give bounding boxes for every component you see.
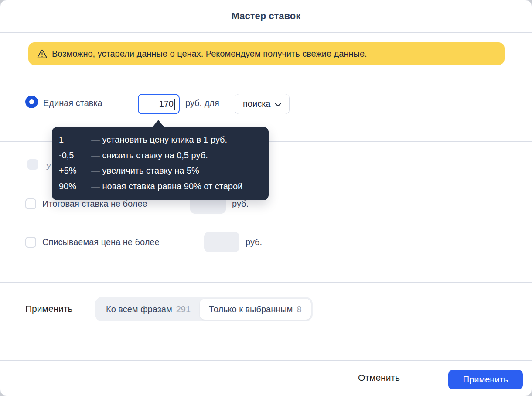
tooltip-description: — увеличить ставку на 5% [91, 163, 261, 179]
bid-target-select[interactable]: поиска [235, 94, 290, 114]
apply-button[interactable]: Применить [448, 370, 523, 389]
bid-currency-label: руб. для [185, 98, 219, 108]
tooltip-term: -0,5 [59, 148, 91, 164]
segment-label: Только к выбранным [209, 304, 293, 314]
max-charged-price-input[interactable] [204, 232, 239, 252]
header-divider [0, 32, 532, 33]
page-title: Мастер ставок [0, 0, 532, 32]
tooltip-term: 1 [59, 132, 91, 148]
single-bid-radio[interactable] [25, 96, 38, 108]
bid-syntax-tooltip: 1 — установить цену клика в 1 руб. -0,5 … [52, 127, 269, 200]
tooltip-description: — установить цену клика в 1 руб. [91, 132, 261, 148]
max-charged-price-label[interactable]: Списываемая цена не более [42, 237, 160, 247]
tooltip-term: +5% [59, 163, 91, 179]
max-final-bid-label[interactable]: Итоговая ставка не более [42, 199, 147, 209]
bid-amount-input[interactable]: 170 [138, 94, 180, 114]
disabled-option-partial-label: У [46, 162, 51, 172]
warning-text: Возможно, устарели данные о ценах. Реком… [52, 49, 367, 59]
single-bid-radio-label[interactable]: Единая ставка [43, 98, 102, 108]
tooltip-description: — новая ставка равна 90% от старой [91, 179, 261, 195]
disabled-option-checkbox[interactable] [27, 159, 38, 170]
max-charged-price-checkbox[interactable] [25, 237, 36, 248]
apply-scope-segmented-control: Ко всем фразам 291 Только к выбранным 8 [95, 297, 313, 321]
segment-label: Ко всем фразам [106, 304, 172, 314]
apply-scope-label: Применить [25, 304, 73, 314]
tooltip-description: — снизить ставку на 0,5 руб. [91, 148, 261, 164]
bid-target-value: поиска [243, 99, 270, 109]
bid-master-dialog: Мастер ставок Возможно, устарели данные … [0, 0, 532, 396]
bid-amount-value: 170 [159, 99, 174, 109]
text-cursor [174, 99, 175, 110]
segment-count: 8 [297, 304, 301, 314]
tooltip-term: 90% [59, 179, 91, 195]
section-divider [0, 282, 532, 283]
footer-divider [0, 360, 532, 361]
max-final-bid-suffix: руб. [232, 199, 249, 209]
max-final-bid-checkbox[interactable] [25, 198, 36, 209]
segment-count: 291 [176, 304, 191, 314]
segment-all-phrases[interactable]: Ко всем фразам 291 [97, 299, 200, 320]
warning-triangle-icon [37, 49, 47, 58]
chevron-down-icon [275, 99, 281, 109]
stale-prices-warning-banner: Возможно, устарели данные о ценах. Реком… [28, 42, 505, 65]
cancel-button[interactable]: Отменить [358, 372, 400, 383]
segment-selected-only[interactable]: Только к выбранным 8 [200, 299, 310, 320]
max-charged-price-suffix: руб. [246, 237, 262, 247]
